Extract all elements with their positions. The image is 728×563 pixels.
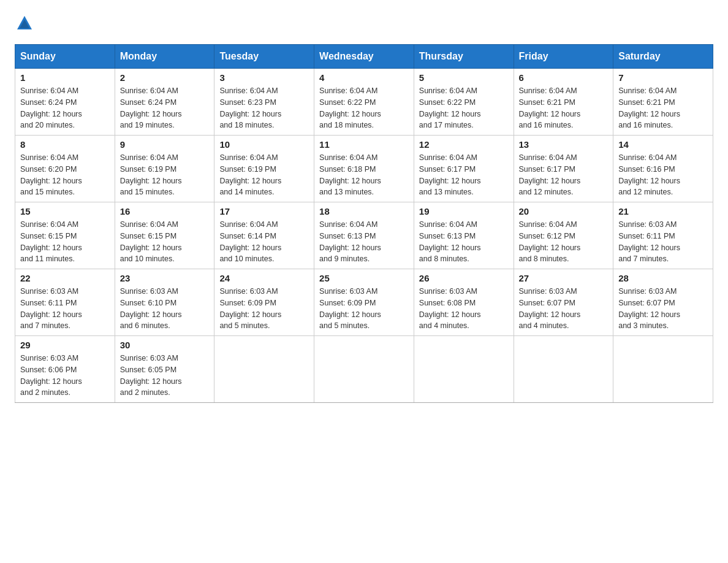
day-info: Sunrise: 6:04 AM Sunset: 6:15 PM Dayligh…	[120, 219, 210, 265]
weekday-header-wednesday: Wednesday	[314, 45, 414, 69]
day-number: 7	[618, 72, 708, 83]
calendar-cell: 12 Sunrise: 6:04 AM Sunset: 6:17 PM Dayl…	[414, 136, 514, 202]
day-number: 11	[319, 139, 409, 150]
day-number: 24	[219, 273, 309, 283]
day-number: 27	[519, 273, 609, 283]
weekday-header-row: SundayMondayTuesdayWednesdayThursdayFrid…	[15, 45, 713, 69]
day-info: Sunrise: 6:03 AM Sunset: 6:07 PM Dayligh…	[519, 286, 609, 332]
day-number: 3	[219, 72, 309, 83]
weekday-header-saturday: Saturday	[613, 45, 713, 69]
calendar-cell: 3 Sunrise: 6:04 AM Sunset: 6:23 PM Dayli…	[214, 69, 314, 136]
logo	[15, 15, 34, 32]
day-number: 30	[120, 340, 210, 350]
day-info: Sunrise: 6:04 AM Sunset: 6:18 PM Dayligh…	[319, 152, 409, 198]
calendar-week-row-2: 8 Sunrise: 6:04 AM Sunset: 6:20 PM Dayli…	[15, 136, 713, 202]
calendar-cell: 17 Sunrise: 6:04 AM Sunset: 6:14 PM Dayl…	[214, 202, 314, 269]
calendar-cell	[514, 336, 613, 403]
day-info: Sunrise: 6:03 AM Sunset: 6:10 PM Dayligh…	[120, 286, 210, 332]
day-info: Sunrise: 6:04 AM Sunset: 6:19 PM Dayligh…	[120, 152, 210, 198]
calendar-cell: 25 Sunrise: 6:03 AM Sunset: 6:09 PM Dayl…	[314, 269, 414, 336]
calendar-cell: 9 Sunrise: 6:04 AM Sunset: 6:19 PM Dayli…	[115, 136, 214, 202]
day-number: 14	[618, 139, 708, 150]
calendar-cell: 1 Sunrise: 6:04 AM Sunset: 6:24 PM Dayli…	[15, 69, 115, 136]
day-info: Sunrise: 6:04 AM Sunset: 6:22 PM Dayligh…	[319, 85, 409, 131]
day-info: Sunrise: 6:04 AM Sunset: 6:12 PM Dayligh…	[519, 219, 609, 265]
calendar-cell: 26 Sunrise: 6:03 AM Sunset: 6:08 PM Dayl…	[414, 269, 514, 336]
page-header	[15, 15, 713, 32]
day-info: Sunrise: 6:04 AM Sunset: 6:21 PM Dayligh…	[618, 85, 708, 131]
day-number: 26	[419, 273, 509, 283]
day-info: Sunrise: 6:03 AM Sunset: 6:08 PM Dayligh…	[419, 286, 509, 332]
day-number: 9	[120, 139, 210, 150]
calendar-cell	[613, 336, 713, 403]
calendar-cell: 7 Sunrise: 6:04 AM Sunset: 6:21 PM Dayli…	[613, 69, 713, 136]
calendar-cell: 16 Sunrise: 6:04 AM Sunset: 6:15 PM Dayl…	[115, 202, 214, 269]
calendar-cell: 23 Sunrise: 6:03 AM Sunset: 6:10 PM Dayl…	[115, 269, 214, 336]
calendar-week-row-3: 15 Sunrise: 6:04 AM Sunset: 6:15 PM Dayl…	[15, 202, 713, 269]
calendar-cell: 20 Sunrise: 6:04 AM Sunset: 6:12 PM Dayl…	[514, 202, 613, 269]
day-number: 18	[319, 206, 409, 216]
calendar-cell: 22 Sunrise: 6:03 AM Sunset: 6:11 PM Dayl…	[15, 269, 115, 336]
calendar-cell: 24 Sunrise: 6:03 AM Sunset: 6:09 PM Dayl…	[214, 269, 314, 336]
day-info: Sunrise: 6:03 AM Sunset: 6:05 PM Dayligh…	[120, 353, 210, 399]
day-info: Sunrise: 6:04 AM Sunset: 6:20 PM Dayligh…	[20, 152, 110, 198]
day-number: 2	[120, 72, 210, 83]
day-info: Sunrise: 6:04 AM Sunset: 6:15 PM Dayligh…	[20, 219, 110, 265]
weekday-header-tuesday: Tuesday	[214, 45, 314, 69]
calendar-cell: 14 Sunrise: 6:04 AM Sunset: 6:16 PM Dayl…	[613, 136, 713, 202]
calendar-cell: 10 Sunrise: 6:04 AM Sunset: 6:19 PM Dayl…	[214, 136, 314, 202]
calendar-cell: 4 Sunrise: 6:04 AM Sunset: 6:22 PM Dayli…	[314, 69, 414, 136]
day-info: Sunrise: 6:04 AM Sunset: 6:16 PM Dayligh…	[618, 152, 708, 198]
calendar-cell: 6 Sunrise: 6:04 AM Sunset: 6:21 PM Dayli…	[514, 69, 613, 136]
day-number: 19	[419, 206, 509, 216]
calendar-table: SundayMondayTuesdayWednesdayThursdayFrid…	[15, 44, 713, 403]
calendar-cell: 19 Sunrise: 6:04 AM Sunset: 6:13 PM Dayl…	[414, 202, 514, 269]
day-info: Sunrise: 6:04 AM Sunset: 6:14 PM Dayligh…	[219, 219, 309, 265]
day-number: 28	[618, 273, 708, 283]
calendar-cell: 29 Sunrise: 6:03 AM Sunset: 6:06 PM Dayl…	[15, 336, 115, 403]
day-number: 1	[20, 72, 110, 83]
day-info: Sunrise: 6:03 AM Sunset: 6:11 PM Dayligh…	[20, 286, 110, 332]
calendar-cell: 27 Sunrise: 6:03 AM Sunset: 6:07 PM Dayl…	[514, 269, 613, 336]
day-number: 4	[319, 72, 409, 83]
calendar-cell: 11 Sunrise: 6:04 AM Sunset: 6:18 PM Dayl…	[314, 136, 414, 202]
day-info: Sunrise: 6:04 AM Sunset: 6:13 PM Dayligh…	[419, 219, 509, 265]
calendar-cell: 30 Sunrise: 6:03 AM Sunset: 6:05 PM Dayl…	[115, 336, 214, 403]
weekday-header-thursday: Thursday	[414, 45, 514, 69]
calendar-cell	[414, 336, 514, 403]
calendar-cell: 5 Sunrise: 6:04 AM Sunset: 6:22 PM Dayli…	[414, 69, 514, 136]
day-number: 21	[618, 206, 708, 216]
day-number: 22	[20, 273, 110, 283]
calendar-cell: 28 Sunrise: 6:03 AM Sunset: 6:07 PM Dayl…	[613, 269, 713, 336]
weekday-header-sunday: Sunday	[15, 45, 115, 69]
weekday-header-friday: Friday	[514, 45, 613, 69]
day-info: Sunrise: 6:04 AM Sunset: 6:24 PM Dayligh…	[20, 85, 110, 131]
day-number: 29	[20, 340, 110, 350]
day-number: 6	[519, 72, 609, 83]
day-number: 16	[120, 206, 210, 216]
day-number: 12	[419, 139, 509, 150]
calendar-cell: 18 Sunrise: 6:04 AM Sunset: 6:13 PM Dayl…	[314, 202, 414, 269]
day-number: 13	[519, 139, 609, 150]
day-info: Sunrise: 6:03 AM Sunset: 6:09 PM Dayligh…	[319, 286, 409, 332]
day-number: 23	[120, 273, 210, 283]
day-info: Sunrise: 6:03 AM Sunset: 6:07 PM Dayligh…	[618, 286, 708, 332]
day-number: 20	[519, 206, 609, 216]
calendar-cell: 13 Sunrise: 6:04 AM Sunset: 6:17 PM Dayl…	[514, 136, 613, 202]
calendar-cell	[314, 336, 414, 403]
day-info: Sunrise: 6:04 AM Sunset: 6:19 PM Dayligh…	[219, 152, 309, 198]
day-number: 25	[319, 273, 409, 283]
day-number: 8	[20, 139, 110, 150]
day-number: 15	[20, 206, 110, 216]
day-info: Sunrise: 6:03 AM Sunset: 6:06 PM Dayligh…	[20, 353, 110, 399]
day-info: Sunrise: 6:04 AM Sunset: 6:13 PM Dayligh…	[319, 219, 409, 265]
day-info: Sunrise: 6:04 AM Sunset: 6:17 PM Dayligh…	[519, 152, 609, 198]
calendar-week-row-5: 29 Sunrise: 6:03 AM Sunset: 6:06 PM Dayl…	[15, 336, 713, 403]
calendar-cell: 15 Sunrise: 6:04 AM Sunset: 6:15 PM Dayl…	[15, 202, 115, 269]
calendar-week-row-4: 22 Sunrise: 6:03 AM Sunset: 6:11 PM Dayl…	[15, 269, 713, 336]
day-number: 5	[419, 72, 509, 83]
day-number: 10	[219, 139, 309, 150]
day-info: Sunrise: 6:04 AM Sunset: 6:21 PM Dayligh…	[519, 85, 609, 131]
day-info: Sunrise: 6:04 AM Sunset: 6:24 PM Dayligh…	[120, 85, 210, 131]
calendar-cell: 2 Sunrise: 6:04 AM Sunset: 6:24 PM Dayli…	[115, 69, 214, 136]
